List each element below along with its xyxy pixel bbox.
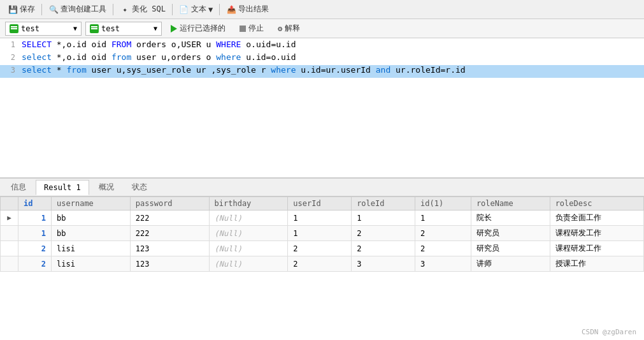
col-userid: userId	[288, 197, 352, 211]
table-cell: lisi	[52, 241, 131, 256]
export-icon: 📤	[226, 4, 236, 15]
db2-select[interactable]: test ▼	[85, 22, 162, 36]
table-cell: 院长	[471, 211, 550, 226]
sql-editor[interactable]: 1 SELECT *,o.id oid FROM orders o,USER u…	[0, 38, 644, 179]
col-password: password	[130, 197, 209, 211]
table-header-row: id username password birthday userId rol…	[1, 197, 644, 211]
separator-4	[219, 4, 220, 15]
line-number-3: 3	[0, 65, 20, 75]
db1-icon	[10, 24, 18, 33]
tab-bar: 信息 Result 1 概况 状态	[0, 179, 644, 196]
table-cell: 研究员	[471, 226, 550, 241]
line-number-1: 1	[0, 40, 20, 49]
table-row: ▶1bb222(Null)111院长负责全面工作	[1, 211, 644, 226]
table-cell: 2	[415, 226, 471, 241]
col-roleid: roleId	[352, 197, 415, 211]
table-cell: 课程研发工作	[550, 241, 643, 256]
stop-button[interactable]: 停止	[234, 22, 269, 35]
line-content-3: select * from user u,sys_user_role ur ,s…	[20, 65, 644, 75]
db2-dropdown-icon: ▼	[154, 25, 157, 32]
table-cell: 研究员	[471, 241, 550, 256]
col-roledesc: roleDesc	[550, 197, 643, 211]
separator-1	[41, 4, 42, 15]
col-id1: id(1)	[415, 197, 471, 211]
tab-overview[interactable]: 概况	[90, 179, 122, 196]
result-area[interactable]: id username password birthday userId rol…	[0, 196, 644, 340]
row-indicator	[1, 226, 18, 241]
table-cell: bb	[52, 226, 131, 241]
col-id: id	[18, 197, 52, 211]
text-icon: 📄	[179, 4, 189, 15]
line-number-2: 2	[0, 52, 20, 62]
table-cell: 1	[288, 211, 352, 226]
run-icon	[171, 25, 177, 33]
run-button[interactable]: 运行已选择的	[166, 22, 231, 35]
table-cell: 1	[288, 226, 352, 241]
table-cell: 2	[18, 241, 52, 256]
table-cell: 1	[18, 211, 52, 226]
query-builder-icon: 🔍	[48, 4, 59, 15]
query-builder-button[interactable]: 🔍 查询创建工具	[46, 3, 109, 16]
editor-line-3: 3 select * from user u,sys_user_role ur …	[0, 65, 644, 78]
table-cell: (Null)	[209, 256, 288, 272]
table-cell: 课程研发工作	[550, 226, 643, 241]
table-row: 2lisi123(Null)233讲师授课工作	[1, 256, 644, 272]
editor-line-1: 1 SELECT *,o.id oid FROM orders o,USER u…	[0, 40, 644, 52]
table-cell: 2	[288, 256, 352, 272]
table-cell: (Null)	[209, 226, 288, 241]
table-cell: 2	[352, 226, 415, 241]
table-cell: 1	[352, 211, 415, 226]
table-cell: 2	[18, 256, 52, 272]
row-indicator	[1, 241, 18, 256]
beautify-button[interactable]: ✦ 美化 SQL	[117, 3, 168, 16]
separator-2	[113, 4, 113, 15]
separator-3	[172, 4, 173, 15]
text-button[interactable]: 📄 文本 ▼	[176, 3, 215, 16]
table-cell: 负责全面工作	[550, 211, 643, 226]
table-cell: 讲师	[471, 256, 550, 272]
table-cell: 1	[415, 211, 471, 226]
table-row: 2lisi123(Null)222研究员课程研发工作	[1, 241, 644, 256]
watermark: CSDN @zgDaren	[582, 328, 636, 336]
row-indicator	[1, 256, 18, 272]
export-button[interactable]: 📤 导出结果	[224, 3, 271, 16]
line-content-2: select *,o.id oid from user u,orders o w…	[20, 52, 644, 62]
table-cell: (Null)	[209, 211, 288, 226]
table-cell: 2	[415, 241, 471, 256]
db1-dropdown-icon: ▼	[73, 25, 77, 32]
table-cell: bb	[52, 211, 131, 226]
table-cell: 3	[415, 256, 471, 272]
table-cell: 2	[352, 241, 415, 256]
table-cell: 授课工作	[550, 256, 643, 272]
editor-line-2: 2 select *,o.id oid from user u,orders o…	[0, 52, 644, 65]
table-cell: lisi	[52, 256, 131, 272]
tab-info[interactable]: 信息	[3, 179, 34, 196]
table-cell: 1	[18, 226, 52, 241]
table-cell: (Null)	[209, 241, 288, 256]
db2-icon	[90, 24, 99, 33]
explain-button[interactable]: ⚙ 解释	[273, 22, 305, 35]
explain-icon: ⚙	[278, 24, 282, 33]
col-username: username	[52, 197, 131, 211]
connection-bar: test ▼ test ▼ 运行已选择的 停止 ⚙ 解释	[0, 19, 644, 38]
table-cell: 2	[288, 241, 352, 256]
table-cell: 123	[130, 241, 209, 256]
col-rolename: roleName	[471, 197, 550, 211]
line-content-1: SELECT *,o.id oid FROM orders o,USER u W…	[20, 40, 644, 49]
table-row: 1bb222(Null)122研究员课程研发工作	[1, 226, 644, 241]
table-cell: 3	[352, 256, 415, 272]
stop-icon	[240, 26, 246, 32]
result-table: id username password birthday userId rol…	[0, 196, 644, 272]
text-dropdown-icon: ▼	[208, 5, 213, 14]
db1-select[interactable]: test ▼	[5, 22, 82, 36]
row-indicator: ▶	[1, 211, 18, 226]
bottom-panel: 信息 Result 1 概况 状态 id username password b…	[0, 179, 644, 340]
save-button[interactable]: 💾 保存	[5, 3, 38, 16]
beautify-icon: ✦	[120, 4, 130, 15]
col-indicator	[1, 197, 18, 211]
toolbar: 💾 保存 🔍 查询创建工具 ✦ 美化 SQL 📄 文本 ▼ 📤 导出结果	[0, 0, 644, 19]
tab-result1[interactable]: Result 1	[36, 180, 89, 195]
tab-status[interactable]: 状态	[124, 179, 155, 196]
table-cell: 222	[130, 211, 209, 226]
table-cell: 222	[130, 226, 209, 241]
